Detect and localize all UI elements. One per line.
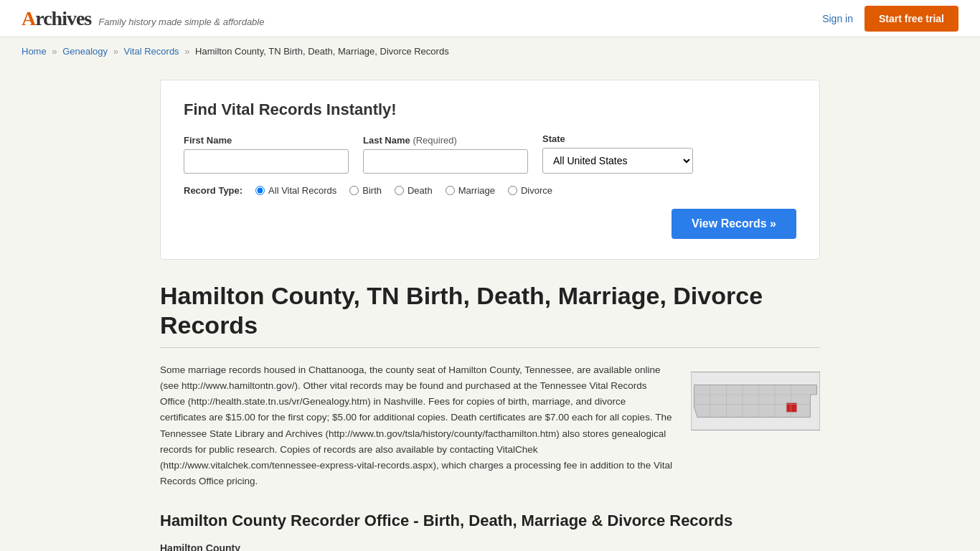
first-name-input[interactable]	[184, 149, 349, 174]
archives-logo: Archives	[22, 7, 91, 30]
office-name: Hamilton County	[160, 540, 820, 551]
radio-death[interactable]: Death	[395, 185, 433, 196]
office-info: Hamilton County PO Box 1639 Chattanooga,…	[160, 540, 820, 551]
search-btn-row: View Records »	[184, 209, 796, 239]
breadcrumb: Home » Genealogy » Vital Records » Hamil…	[0, 37, 980, 65]
radio-marriage-input[interactable]	[446, 186, 455, 195]
radio-death-input[interactable]	[395, 186, 404, 195]
breadcrumb-sep-1: »	[52, 46, 57, 57]
last-name-label: Last Name (Required)	[363, 135, 528, 146]
last-name-input[interactable]	[363, 149, 528, 174]
first-name-group: First Name	[184, 135, 349, 174]
header: Archives Family history made simple & af…	[0, 0, 980, 37]
breadcrumb-sep-3: »	[184, 46, 189, 57]
state-label: State	[542, 133, 796, 144]
search-box: Find Vital Records Instantly! First Name…	[160, 80, 820, 260]
header-left: Archives Family history made simple & af…	[22, 7, 264, 30]
breadcrumb-sep-2: »	[113, 46, 118, 57]
record-type-row: Record Type: All Vital Records Birth Dea…	[184, 185, 796, 196]
state-group: State All United States Alabama Alaska A…	[542, 133, 796, 174]
radio-divorce[interactable]: Divorce	[508, 185, 552, 196]
breadcrumb-genealogy[interactable]: Genealogy	[62, 46, 108, 57]
state-select[interactable]: All United States Alabama Alaska Arizona…	[542, 148, 693, 174]
search-fields: First Name Last Name (Required) State Al…	[184, 133, 796, 174]
breadcrumb-vital-records[interactable]: Vital Records	[124, 46, 179, 57]
sub-heading: Hamilton County Recorder Office - Birth,…	[160, 512, 820, 530]
breadcrumb-home[interactable]: Home	[22, 46, 47, 57]
title-divider	[160, 347, 820, 348]
last-name-group: Last Name (Required)	[363, 135, 528, 174]
radio-birth[interactable]: Birth	[349, 185, 382, 196]
search-title: Find Vital Records Instantly!	[184, 100, 796, 119]
first-name-label: First Name	[184, 135, 349, 146]
main-content: Find Vital Records Instantly! First Name…	[138, 65, 842, 551]
view-records-button[interactable]: View Records »	[672, 209, 796, 239]
radio-all-vital[interactable]: All Vital Records	[255, 185, 336, 196]
radio-birth-input[interactable]	[349, 186, 359, 195]
radio-marriage[interactable]: Marriage	[446, 185, 495, 196]
svg-marker-1	[694, 385, 817, 417]
record-type-label: Record Type:	[184, 185, 242, 196]
page-title: Hamilton County, TN Birth, Death, Marria…	[160, 281, 820, 340]
page-body-text: Some marriage records housed in Chattano…	[160, 362, 674, 490]
sign-in-link[interactable]: Sign in	[822, 13, 853, 24]
breadcrumb-current: Hamilton County, TN Birth, Death, Marria…	[195, 46, 449, 57]
tn-map-svg	[691, 365, 820, 437]
content-row: Some marriage records housed in Chattano…	[160, 362, 820, 490]
start-trial-button[interactable]: Start free trial	[864, 6, 958, 32]
radio-divorce-input[interactable]	[508, 186, 517, 195]
radio-all-vital-input[interactable]	[255, 186, 265, 195]
header-tagline: Family history made simple & affordable	[98, 17, 264, 27]
tn-map	[691, 365, 820, 490]
header-right: Sign in Start free trial	[822, 6, 958, 32]
